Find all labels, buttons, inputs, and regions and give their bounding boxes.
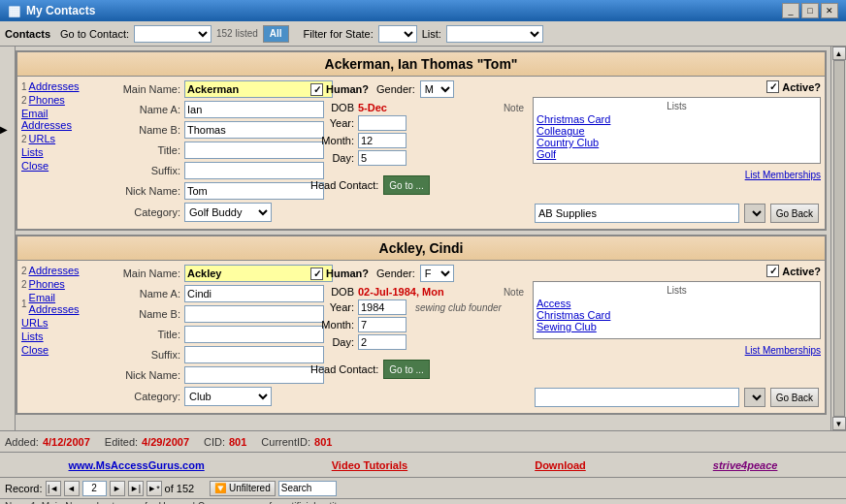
minimize-button[interactable]: _ (782, 3, 799, 18)
scroll-up-button[interactable]: ▲ (832, 47, 846, 60)
list-memberships-link[interactable]: List Memberships (533, 170, 821, 180)
all-button[interactable]: All (263, 25, 289, 43)
phones-link[interactable]: Phones (29, 278, 65, 290)
list-item[interactable]: Access (537, 298, 817, 309)
list-memberships-link[interactable]: List Memberships (533, 345, 821, 356)
urls-link[interactable]: URLs (21, 317, 49, 329)
nav-item: URLs (21, 317, 104, 329)
gender-select[interactable]: F M (420, 265, 454, 282)
year-input[interactable] (358, 115, 407, 131)
scroll-down-button[interactable]: ▼ (832, 417, 846, 430)
active-checkbox-label[interactable]: Active? (766, 265, 821, 277)
name-b-input[interactable] (184, 305, 324, 323)
category-select[interactable]: Golf Buddy (184, 203, 272, 222)
name-b-input[interactable] (184, 121, 324, 139)
month-input[interactable] (358, 317, 407, 332)
year-label: Year: (310, 117, 354, 129)
gender-select[interactable]: M F (420, 80, 454, 98)
human-checkbox-label[interactable]: Human? (310, 268, 369, 280)
suffix-input[interactable] (184, 162, 324, 179)
name-b-row: Name B: (108, 305, 302, 323)
goback-button[interactable]: Go Back (770, 204, 819, 223)
active-checkbox-label[interactable]: Active? (766, 80, 821, 93)
name-a-input[interactable] (184, 101, 324, 118)
human-row: Human? Gender: F M (310, 265, 524, 282)
goto-button[interactable]: Go to ... (383, 175, 430, 195)
filter-icon: 🔽 (214, 483, 226, 493)
goback-button[interactable]: Go Back (770, 388, 819, 407)
lists-link[interactable]: Lists (21, 146, 44, 158)
suffix-input[interactable] (184, 346, 324, 363)
contact-fields: Main Name: Name A: Name B: Title: (108, 265, 302, 409)
list-item[interactable]: Colleague (537, 125, 817, 137)
nick-name-input[interactable] (184, 182, 324, 200)
close-link[interactable]: Close (21, 160, 49, 172)
scrollbar[interactable]: ▲ ▼ (830, 47, 846, 430)
list-item[interactable]: Golf (537, 148, 817, 160)
listed-count: 152 listed (216, 28, 258, 39)
tutorials-link[interactable]: Video Tutorials (332, 459, 407, 471)
current-record-input[interactable] (82, 481, 107, 496)
strive4peace-link[interactable]: strive4peace (713, 459, 778, 471)
active-checkbox[interactable] (766, 80, 779, 93)
category-label: Category: (108, 391, 180, 402)
gender-row: Gender: F M (376, 265, 454, 282)
addresses-link[interactable]: Addresses (29, 80, 80, 92)
addresses-link[interactable]: Addresses (29, 265, 80, 276)
last-record-button[interactable]: ►| (128, 481, 144, 496)
human-checkbox-label[interactable]: Human? (310, 83, 369, 96)
close-link[interactable]: Close (21, 344, 49, 356)
download-link[interactable]: Download (535, 459, 586, 471)
head-contact-input[interactable] (535, 204, 739, 223)
year-input[interactable] (358, 299, 407, 315)
list-item[interactable]: Christmas Card (537, 309, 817, 321)
list-item[interactable]: Christmas Card (537, 113, 817, 125)
lists-link[interactable]: Lists (21, 331, 44, 342)
list-item[interactable]: Sewing Club (537, 321, 817, 332)
filter-toggle-button[interactable]: 🔽 Unfiltered (210, 481, 276, 496)
email-link[interactable]: EmailAddresses (21, 108, 72, 131)
list-item[interactable]: Country Club (537, 137, 817, 148)
dob-display: 02-Jul-1984, Mon (358, 286, 444, 298)
phones-link[interactable]: Phones (29, 94, 65, 106)
month-input[interactable] (358, 133, 407, 148)
email-link[interactable]: EmailAddresses (29, 292, 80, 315)
category-select[interactable]: Club (184, 387, 272, 406)
window-controls[interactable]: _ □ ✕ (782, 3, 838, 18)
human-row: Human? Gender: M F (310, 80, 524, 98)
day-input[interactable] (358, 150, 407, 166)
category-label: Category: (108, 206, 180, 218)
title-input[interactable] (184, 326, 324, 343)
head-contact-dropdown[interactable] (744, 388, 765, 407)
lists-panel: Lists Christmas Card Colleague Country C… (533, 97, 821, 164)
urls-link[interactable]: URLs (29, 133, 56, 144)
active-checkbox[interactable] (766, 265, 779, 277)
contact-card: Ackerman, Ian Thomas "Tom" 1 Addresses 2… (16, 50, 827, 231)
human-checkbox[interactable] (310, 268, 323, 280)
human-checkbox[interactable] (310, 83, 323, 96)
name-a-input[interactable] (184, 285, 324, 302)
contact-footer: Go Back (533, 386, 821, 409)
day-input[interactable] (358, 334, 407, 350)
head-contact-input[interactable] (535, 388, 739, 407)
first-record-button[interactable]: |◄ (46, 481, 61, 496)
nick-name-input[interactable] (184, 366, 324, 384)
prev-record-button[interactable]: ◄ (64, 481, 80, 496)
scroll-track[interactable] (833, 60, 845, 417)
goto-contact-select[interactable] (134, 25, 212, 43)
maximize-button[interactable]: □ (801, 3, 819, 18)
lists-panel-title: Lists (537, 101, 817, 111)
title-input[interactable] (184, 142, 324, 159)
website-link[interactable]: www.MsAccessGurus.com (69, 459, 205, 471)
filter-state-select[interactable] (378, 25, 417, 43)
head-contact-dropdown[interactable] (744, 204, 765, 223)
goto-button[interactable]: Go to ... (383, 360, 430, 379)
search-input[interactable] (278, 481, 337, 496)
list-select[interactable] (446, 25, 543, 43)
next-record-button[interactable]: ► (110, 481, 125, 496)
lists-panel-title: Lists (537, 285, 817, 296)
name-a-row: Name A: (108, 101, 302, 118)
contact-card-body: 1 Addresses 2 Phones EmailAddresses 2 UR… (17, 77, 825, 229)
new-record-button[interactable]: ►* (146, 481, 162, 496)
close-button[interactable]: ✕ (821, 3, 838, 18)
